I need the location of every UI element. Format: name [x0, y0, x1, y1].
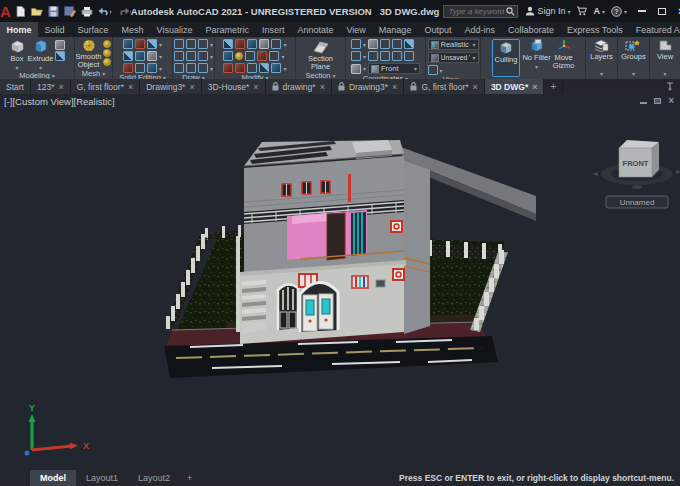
file-tab-close-icon[interactable]: ×: [189, 82, 194, 92]
viewcube-top-face[interactable]: [619, 140, 659, 148]
polygon-icon[interactable]: [186, 63, 196, 73]
viewcube-rotate-left-icon[interactable]: [592, 172, 598, 176]
model-scene[interactable]: FRONT Unnamed Y X: [0, 94, 680, 470]
polyline-icon[interactable]: [174, 39, 184, 49]
ucs-view-icon[interactable]: [380, 51, 390, 61]
second-floor-glass-door[interactable]: [351, 212, 366, 256]
file-tab-123-[interactable]: 123*×: [31, 79, 71, 94]
offset-icon[interactable]: [235, 63, 245, 73]
autodesk-app-store-button[interactable]: A ▾: [593, 6, 605, 16]
file-tab-close-icon[interactable]: ×: [253, 82, 258, 92]
arched-doorway[interactable]: [300, 282, 338, 332]
viewcube[interactable]: FRONT: [592, 140, 680, 189]
file-tab-drawing3-[interactable]: Drawing3*×: [140, 79, 201, 94]
file-tab-close-icon[interactable]: ×: [473, 82, 478, 92]
app-menu-button[interactable]: A: [0, 0, 11, 22]
erase-icon[interactable]: [223, 51, 233, 61]
layout-tab-model[interactable]: Model: [30, 470, 76, 486]
line-icon[interactable]: [174, 51, 184, 61]
add-layout-button[interactable]: +: [180, 473, 199, 483]
ucs-origin-icon[interactable]: [380, 39, 390, 49]
viewport-view-control[interactable]: [Custom View]: [12, 96, 73, 107]
rectangle-icon[interactable]: [174, 63, 184, 73]
extrude-button[interactable]: Extrude ▾: [28, 39, 54, 71]
viewport-minimize-icon[interactable]: [640, 102, 647, 104]
viewport-menu-control[interactable]: [-]: [4, 96, 12, 107]
new-drawing-tab-button[interactable]: +: [544, 79, 563, 94]
section-plane-button[interactable]: Section Plane: [308, 39, 333, 71]
file-tab-drawing3-[interactable]: Drawing3*×: [332, 79, 404, 94]
panel-groups-flyout[interactable]: ▾: [618, 68, 649, 79]
plot-icon[interactable]: [81, 6, 93, 17]
file-tab-close-icon[interactable]: ×: [58, 82, 63, 92]
viewport-config-icon[interactable]: [428, 65, 438, 75]
new-file-icon[interactable]: [15, 6, 26, 17]
fillet-edge-icon[interactable]: [123, 63, 133, 73]
viewport-restore-icon[interactable]: [654, 98, 661, 104]
ucs-3point-icon[interactable]: [404, 39, 414, 49]
presspull-icon[interactable]: [55, 51, 65, 61]
panel-view-flyout-caret[interactable]: ▾: [650, 68, 680, 79]
shell-icon[interactable]: [135, 63, 145, 73]
file-tab-close-icon[interactable]: ×: [320, 82, 325, 92]
scale-icon[interactable]: [245, 51, 255, 61]
file-tab-close-icon[interactable]: ×: [532, 82, 537, 92]
imprint-icon[interactable]: [147, 63, 157, 73]
view-flyout-button[interactable]: View: [657, 39, 673, 61]
ribbon-tab-manage[interactable]: Manage: [372, 22, 418, 37]
measure-icon[interactable]: [223, 63, 233, 73]
thicken-icon[interactable]: [135, 51, 145, 61]
ucs-z-axis-icon[interactable]: [392, 39, 402, 49]
house-side-wall[interactable]: [404, 160, 430, 334]
ribbon-tab-surface[interactable]: Surface: [71, 22, 115, 37]
ucs-face-icon[interactable]: [368, 51, 378, 61]
ucs-object-icon[interactable]: [392, 51, 402, 61]
spline-icon[interactable]: [186, 39, 196, 49]
ribbon-tab-output[interactable]: Output: [418, 22, 458, 37]
mesh-smooth-more-icon[interactable]: [103, 58, 111, 66]
ellipse-icon[interactable]: [198, 51, 208, 61]
rotate-icon[interactable]: [235, 39, 245, 49]
ribbon-tab-insert[interactable]: Insert: [255, 22, 291, 37]
copy-icon[interactable]: [259, 39, 269, 49]
file-tab-overflow[interactable]: [660, 79, 680, 94]
file-tab-close-icon[interactable]: ×: [128, 82, 133, 92]
second-floor-door[interactable]: [327, 213, 345, 260]
align-icon[interactable]: [259, 63, 269, 73]
red-pipe[interactable]: [348, 174, 351, 202]
interfere-icon[interactable]: [147, 51, 157, 61]
hatch-icon[interactable]: [198, 63, 208, 73]
drawing-viewport[interactable]: [-] [Custom View] [Realistic] ×: [0, 94, 680, 470]
ribbon-tab-express-tools[interactable]: Express Tools: [560, 22, 629, 37]
save-icon[interactable]: [48, 6, 59, 17]
ucs-axis-icon[interactable]: Y X: [25, 403, 90, 456]
save-as-icon[interactable]: [64, 6, 76, 17]
mesh-crease-icon[interactable]: [103, 49, 111, 57]
no-filter-button[interactable]: No Filter ▾: [522, 39, 550, 70]
viewcube-rotate-right-icon[interactable]: [676, 170, 680, 174]
viewcube-south-marker[interactable]: [632, 185, 642, 189]
circle-icon[interactable]: [186, 51, 196, 61]
ribbon-tab-home[interactable]: Home: [0, 22, 38, 37]
store-cart-button[interactable]: [576, 6, 587, 16]
ribbon-tab-mesh[interactable]: Mesh: [115, 22, 150, 37]
culling-button[interactable]: Culling: [492, 39, 521, 77]
explode-icon[interactable]: [235, 52, 243, 60]
ucs-previous-icon[interactable]: [351, 51, 361, 61]
ribbon-tab-solid[interactable]: Solid: [38, 22, 71, 37]
array-icon[interactable]: [247, 63, 257, 73]
move-icon[interactable]: [223, 39, 233, 49]
ground-floor-window-right[interactable]: [352, 276, 368, 288]
ribbon-tab-annotate[interactable]: Annotate: [291, 22, 340, 37]
open-file-icon[interactable]: [31, 6, 43, 17]
maximize-button[interactable]: [658, 8, 666, 15]
top-floor-windows[interactable]: [282, 181, 330, 196]
file-tab-drawing-[interactable]: drawing*×: [266, 79, 332, 94]
union-icon[interactable]: [123, 39, 133, 49]
arc-icon[interactable]: [198, 39, 208, 49]
mirror-icon[interactable]: [257, 51, 267, 61]
named-view-dropdown[interactable]: Unsaved View ▾: [428, 52, 479, 63]
file-tab-3d-house-[interactable]: 3D-House*×: [202, 79, 266, 94]
viewport-visual-style-control[interactable]: [Realistic]: [74, 96, 115, 107]
visual-style-dropdown[interactable]: Realistic ▾: [428, 39, 479, 50]
